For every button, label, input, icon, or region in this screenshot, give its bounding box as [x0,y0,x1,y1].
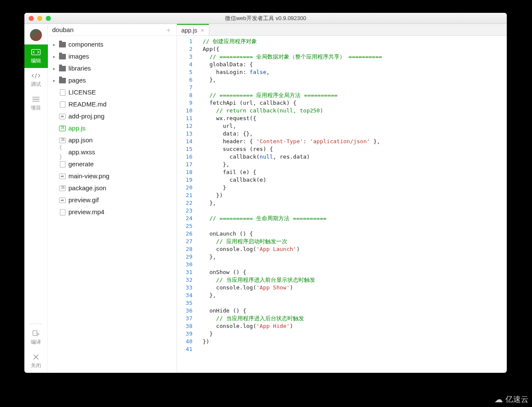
window-title: 微信web开发者工具 v0.9.092300 [24,15,507,22]
file-name-label: app.json [68,136,93,145]
file-name-label: LICENSE [68,88,96,97]
rail-compile-label: 编译 [31,339,41,345]
rail-edit-label: 编辑 [31,58,41,64]
file-name-label: add-proj.png [68,112,104,121]
tab-close-button[interactable]: × [201,27,204,34]
rail-project[interactable]: 项目 [24,91,48,115]
disclosure-arrow-icon: ▸ [52,76,56,85]
file-explorer: douban ＋ ▸components▸images▸libraries▸pa… [48,24,177,373]
folder-row[interactable]: ▸components [48,38,177,50]
code-editor[interactable]: 1234567891011121314151617181920212223242… [177,36,507,373]
file-name-label: README.md [68,100,106,109]
wxss-icon: { } [59,149,66,156]
file-row[interactable]: preview.mp4 [48,206,177,218]
code-content[interactable]: // 创建应用程序对象App({ // ========== 全局数据对象（整个… [196,36,382,373]
disclosure-arrow-icon: ▸ [52,52,56,61]
image-icon: ⛰ [59,173,66,180]
project-name: douban [52,26,74,33]
tab-app-js[interactable]: app.js × [177,24,209,35]
file-icon [59,161,66,168]
folder-row[interactable]: ▸pages [48,74,177,86]
avatar[interactable] [30,29,42,41]
rail-edit[interactable]: 编辑 [24,44,48,68]
json-icon: JN [59,185,66,192]
file-row[interactable]: LICENSE [48,86,177,98]
watermark-text: 亿速云 [505,394,529,404]
file-icon [59,209,66,215]
file-row[interactable]: ⛰main-view.png [48,170,177,182]
file-name-label: preview.gif [68,195,99,205]
file-name-label: main-view.png [68,171,109,181]
rail-project-label: 项目 [31,105,41,111]
menu-icon [31,96,41,103]
project-header: douban ＋ [48,24,177,36]
add-project-button[interactable]: ＋ [165,25,172,35]
folder-icon [59,65,66,72]
file-row[interactable]: { }app.wxss [48,146,177,158]
file-name-label: app.wxss [68,147,95,157]
folder-icon [59,41,66,48]
cloud-icon: ☁ [494,394,503,404]
activity-bar: 编辑 调试 项目 编译 关闭 [24,24,48,373]
rail-debug[interactable]: 调试 [24,68,48,91]
file-icon [59,89,66,96]
rail-divider [29,324,43,324]
close-icon [31,354,41,360]
file-name-label: libraries [68,64,91,73]
file-icon [59,101,66,108]
file-row[interactable]: JSapp.js [48,122,177,134]
file-row[interactable]: generate [48,158,177,170]
rail-debug-label: 调试 [31,81,41,87]
file-row[interactable]: JNapp.json [48,134,177,146]
file-row[interactable]: ⛰preview.gif [48,194,177,206]
compile-icon [31,330,41,337]
rail-close-label: 关闭 [31,363,41,369]
folder-icon [59,53,66,60]
disclosure-arrow-icon: ▸ [52,40,56,49]
file-name-label: components [68,40,103,49]
file-name-label: images [68,52,89,61]
file-name-label: package.json [68,183,106,193]
file-name-label: preview.mp4 [68,207,104,217]
file-name-label: app.js [68,124,86,133]
file-tree: ▸components▸images▸libraries▸pagesLICENS… [48,36,177,373]
titlebar: 微信web开发者工具 v0.9.092300 [24,13,507,24]
editor-panel: app.js × 1234567891011121314151617181920… [177,24,507,373]
debug-icon [31,72,41,79]
tab-label: app.js [181,27,197,34]
folder-row[interactable]: ▸images [48,50,177,62]
folder-icon [59,77,66,84]
file-row[interactable]: ⛰add-proj.png [48,110,177,122]
rail-close[interactable]: 关闭 [24,349,48,373]
svg-rect-1 [33,331,37,336]
tab-bar: app.js × [177,24,507,36]
disclosure-arrow-icon: ▸ [52,64,56,73]
watermark: ☁ 亿速云 [494,394,529,404]
image-icon: ⛰ [59,197,66,204]
file-row[interactable]: JNpackage.json [48,182,177,194]
code-icon [31,49,41,56]
image-icon: ⛰ [59,113,66,120]
js-icon: JS [59,125,66,132]
line-gutter: 1234567891011121314151617181920212223242… [177,36,196,373]
folder-row[interactable]: ▸libraries [48,62,177,74]
file-row[interactable]: README.md [48,98,177,110]
file-name-label: generate [68,159,94,169]
app-window: 微信web开发者工具 v0.9.092300 编辑 调试 项目 编译 [24,13,507,373]
rail-compile[interactable]: 编译 [24,326,48,349]
file-name-label: pages [68,76,86,85]
